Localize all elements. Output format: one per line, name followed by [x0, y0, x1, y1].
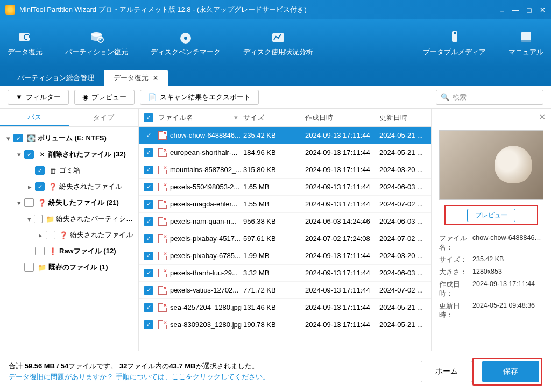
- file-row[interactable]: ✓pexels-magda-ehler...1.55 MB2024-09-13 …: [139, 196, 431, 213]
- footer-help-link[interactable]: データ復旧に問題がありますか？ 手順については、ここをクリックしてください。: [9, 373, 270, 381]
- toolbar-data-recovery[interactable]: データ復元: [8, 30, 43, 57]
- save-button[interactable]: 保存: [482, 361, 539, 382]
- file-row[interactable]: ✓pexels-pixabay-4517...597.61 KB2024-07-…: [139, 230, 431, 247]
- search-input[interactable]: 🔍 検索: [436, 90, 543, 105]
- expand-icon[interactable]: ▾: [26, 215, 32, 223]
- file-row[interactable]: ✓pexels-pixabay-6785...1.99 MB2024-09-13…: [139, 247, 431, 265]
- file-icon: [158, 320, 167, 329]
- file-name: pexels-pixabay-6785...: [170, 252, 241, 260]
- file-row[interactable]: ✓pexels-vatius-12702...771.72 KB2024-09-…: [139, 282, 431, 299]
- row-checkbox[interactable]: ✓: [144, 148, 153, 157]
- file-created: 2024-07-02 17:24:08: [305, 234, 379, 243]
- close-icon[interactable]: ✕: [540, 6, 546, 14]
- expand-icon[interactable]: ▾: [4, 134, 12, 142]
- benchmark-icon: [176, 30, 195, 45]
- tree-checkbox[interactable]: ✓: [35, 166, 45, 175]
- footer: 合計 59.56 MB / 54ファイルです。 32ファイル内の43.7 MBが…: [0, 351, 551, 391]
- file-row[interactable]: ✓pexels-550498053-2...1.65 MB2024-09-13 …: [139, 179, 431, 196]
- file-created: 2024-09-13 17:11:44: [305, 252, 379, 260]
- tree-folder-icon: 💽: [26, 134, 36, 142]
- file-row[interactable]: ✓mountains-8587802_...315.80 KB2024-09-1…: [139, 161, 431, 179]
- column-size[interactable]: サイズ: [243, 113, 305, 123]
- tree-row[interactable]: ✓🗑ゴミ箱: [0, 162, 138, 179]
- tree-checkbox[interactable]: [24, 198, 34, 207]
- tree-row[interactable]: ▾✓💽ボリューム (E: NTFS): [0, 130, 138, 146]
- expand-icon[interactable]: ▾: [15, 199, 23, 207]
- tree-row[interactable]: 📁既存のファイル (1): [0, 259, 138, 275]
- tab-close-icon[interactable]: ✕: [153, 74, 158, 82]
- tree-tab-type[interactable]: タイプ: [69, 109, 139, 126]
- row-checkbox[interactable]: ✓: [144, 131, 153, 140]
- save-highlight: 保存: [472, 358, 542, 386]
- tree-folder-icon: ✕: [37, 151, 47, 159]
- tree-row[interactable]: ▸✓❓紛失されたファイル: [0, 179, 138, 195]
- row-checkbox[interactable]: ✓: [144, 252, 153, 260]
- toolbar-disk-benchmark[interactable]: ディスクベンチマーク: [151, 30, 221, 57]
- export-button[interactable]: 📄 スキャン結果をエクスポート: [140, 90, 259, 105]
- preview-open-button[interactable]: プレビュー: [467, 209, 515, 222]
- manual-icon: [517, 30, 535, 45]
- file-row[interactable]: ✓sea-8309203_1280.jpg190.78 KB2024-09-13…: [139, 316, 431, 333]
- tree-checkbox[interactable]: ✓: [13, 134, 23, 142]
- file-row[interactable]: ✓pexels-thanh-luu-29...3.32 MB2024-09-13…: [139, 265, 431, 282]
- row-checkbox[interactable]: ✓: [144, 269, 153, 277]
- preview-image: [439, 130, 543, 200]
- expand-icon[interactable]: ▸: [37, 231, 44, 239]
- row-checkbox[interactable]: ✓: [144, 286, 153, 295]
- toolbar-bootable-media[interactable]: ブータブルメディア: [423, 30, 486, 57]
- row-checkbox[interactable]: ✓: [144, 217, 153, 226]
- row-checkbox[interactable]: ✓: [144, 234, 153, 243]
- file-icon: [158, 166, 167, 174]
- column-created[interactable]: 作成日時: [305, 113, 379, 123]
- tree-row[interactable]: ▾📁紛失されたパーティション...: [0, 211, 138, 227]
- filter-button[interactable]: ▼ フィルター: [8, 90, 69, 105]
- bootable-media-icon: [446, 30, 464, 45]
- tree-checkbox[interactable]: [34, 215, 43, 223]
- tree-label: 紛失したファイル (21): [48, 198, 119, 208]
- toolbar-space-analyzer[interactable]: ディスク使用状況分析: [243, 30, 313, 57]
- file-created: 2024-09-13 17:11:44: [305, 303, 379, 311]
- file-row[interactable]: ✓pexels-nam-quan-n...956.38 KB2024-06-03…: [139, 213, 431, 230]
- tree-checkbox[interactable]: ✓: [24, 150, 34, 159]
- tree-tab-path[interactable]: パス: [0, 109, 69, 126]
- tree-checkbox[interactable]: [46, 231, 55, 239]
- tree-checkbox[interactable]: ✓: [35, 182, 45, 191]
- row-checkbox[interactable]: ✓: [144, 200, 153, 209]
- file-size: 235.42 KB: [243, 131, 305, 139]
- file-updated: 2024-03-20 ...: [379, 252, 431, 260]
- tab-partition-management[interactable]: パーティション総合管理: [8, 70, 104, 86]
- file-row[interactable]: ✓european-shorthair-...184.96 KB2024-09-…: [139, 144, 431, 161]
- file-row[interactable]: ✓sea-4257204_1280.jpg131.46 KB2024-09-13…: [139, 299, 431, 316]
- preview-button[interactable]: ◉ プレビュー: [74, 90, 135, 105]
- file-size: 1.65 MB: [243, 183, 305, 191]
- toolbar-manual[interactable]: マニュアル: [508, 30, 543, 57]
- tree-row[interactable]: ▸❓紛失されたファイル: [0, 227, 138, 243]
- tree-row[interactable]: ❗Rawファイル (12): [0, 243, 138, 259]
- maximize-icon[interactable]: ◻: [526, 6, 532, 14]
- toolbar-partition-recovery[interactable]: パーティション復元: [65, 30, 128, 57]
- column-filename[interactable]: ファイル名▾: [158, 113, 243, 123]
- file-updated: 2024-06-03 ...: [379, 183, 431, 191]
- expand-icon[interactable]: ▸: [26, 183, 33, 191]
- tree-checkbox[interactable]: [24, 263, 34, 272]
- file-created: 2024-09-13 17:11:44: [305, 148, 379, 156]
- tree-label: 紛失されたファイル: [70, 230, 133, 240]
- row-checkbox[interactable]: ✓: [144, 183, 153, 191]
- tree-row[interactable]: ▾❓紛失したファイル (21): [0, 195, 138, 211]
- tab-data-recovery[interactable]: データ復元 ✕: [104, 70, 168, 86]
- file-row[interactable]: ✓chow-chow-6488846...235.42 KB2024-09-13…: [139, 127, 431, 144]
- row-checkbox[interactable]: ✓: [144, 166, 153, 174]
- minimize-icon[interactable]: —: [512, 6, 519, 14]
- prop-filename-val: chow-chow-6488846_128: [472, 234, 543, 252]
- row-checkbox[interactable]: ✓: [144, 320, 153, 329]
- tree-row[interactable]: ▾✓✕削除されたファイル (32): [0, 146, 138, 162]
- expand-icon[interactable]: ▾: [15, 151, 23, 159]
- column-updated[interactable]: 更新日時: [379, 113, 431, 123]
- home-button[interactable]: ホーム: [421, 361, 472, 382]
- preview-close-icon[interactable]: ✕: [539, 112, 546, 122]
- row-checkbox[interactable]: ✓: [144, 303, 153, 312]
- file-size: 771.72 KB: [243, 286, 305, 294]
- menu-icon[interactable]: ≡: [500, 6, 504, 14]
- header-checkbox[interactable]: ✓: [144, 113, 153, 122]
- tree-checkbox[interactable]: [35, 247, 45, 255]
